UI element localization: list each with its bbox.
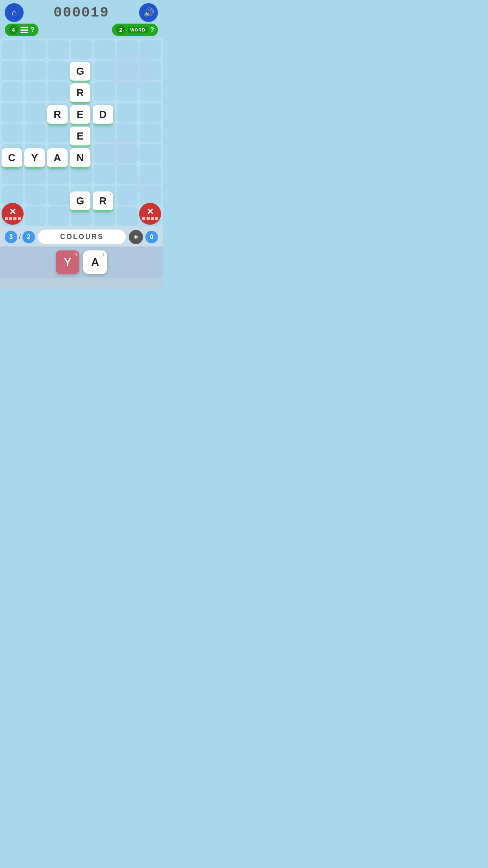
hints-right-panel[interactable]: 2 WORD ?: [112, 24, 158, 36]
board-tile[interactable]: E: [70, 105, 90, 125]
word-label: WORD: [128, 27, 148, 33]
score-display: 000019: [53, 5, 109, 21]
delete-left-dots: [5, 217, 21, 220]
dot-2: [9, 217, 12, 220]
tile-letter: R: [99, 195, 107, 207]
board-tile[interactable]: R: [47, 105, 68, 125]
board-tile[interactable]: N: [70, 148, 90, 169]
delete-right-dots: [142, 217, 158, 220]
hint-left-count: 4: [9, 25, 18, 35]
dot-5: [142, 217, 145, 220]
hint-left-q: ?: [31, 26, 35, 33]
game-area: // Generate background grid cells inline…: [0, 39, 163, 227]
tile-letter: A: [54, 152, 61, 164]
level-slash: /: [19, 233, 21, 241]
add-button-area: ✚ 0: [129, 230, 158, 244]
add-count-circle: 0: [145, 231, 158, 243]
letter-tray: 4Y1A: [0, 246, 163, 278]
board-tile[interactable]: Y: [24, 148, 45, 169]
hint-right-count: 2: [116, 25, 125, 35]
dot-8: [155, 217, 158, 220]
tile-letter: Y: [31, 152, 38, 164]
tray-tile-a[interactable]: 1A: [83, 250, 107, 274]
status-bar: 3 / 2 COLOURS ✚ 0: [0, 227, 163, 246]
tile-letter: R: [54, 108, 61, 121]
level-current-circle: 3: [5, 231, 17, 243]
level-total-circle: 2: [22, 231, 35, 243]
tray-tile-y[interactable]: 4Y: [56, 250, 79, 274]
board-tile[interactable]: 1R: [93, 191, 113, 212]
tile-letter: E: [77, 130, 83, 142]
board-tile[interactable]: E: [70, 127, 90, 147]
hints-bar: 4 ? 2 WORD ?: [0, 24, 163, 39]
dot-4: [18, 217, 21, 220]
tile-count: 1: [109, 193, 111, 197]
board-tile[interactable]: C: [2, 148, 22, 169]
level-indicator: 3 / 2: [5, 231, 35, 243]
hint-lines-icon: [20, 27, 28, 33]
sound-icon: 🔊: [143, 7, 154, 18]
delete-left-button[interactable]: ✕: [2, 203, 24, 225]
tray-tile-count: 1: [102, 252, 105, 257]
delete-right-x-icon: ✕: [147, 208, 154, 216]
hints-left-panel[interactable]: 4 ?: [5, 24, 39, 36]
tile-letter: C: [8, 152, 16, 164]
tile-letter: G: [76, 195, 84, 207]
sound-button[interactable]: 🔊: [139, 3, 158, 22]
dot-6: [147, 217, 150, 220]
delete-left-x-icon: ✕: [9, 208, 16, 216]
tray-tile-count: 4: [75, 252, 77, 257]
add-icon: ✚: [134, 234, 138, 240]
board-tile[interactable]: G: [70, 62, 90, 82]
hint-right-q: ?: [150, 26, 154, 33]
tray-tile-letter: Y: [64, 256, 72, 268]
board-tile[interactable]: A: [47, 148, 68, 169]
word-hint-display: COLOURS: [38, 230, 126, 244]
home-icon: ⌂: [11, 7, 17, 18]
top-bar: ⌂ 000019 🔊: [0, 0, 163, 24]
board-tiles: GRREDECYANG1R: [0, 39, 163, 227]
hint-line-3: [20, 32, 28, 33]
tile-letter: R: [77, 87, 84, 99]
add-button[interactable]: ✚: [129, 230, 143, 244]
tile-letter: G: [76, 65, 84, 77]
bottom-padding: [0, 278, 163, 289]
hint-line-2: [20, 29, 28, 31]
dot-7: [151, 217, 154, 220]
hint-line-1: [20, 27, 28, 28]
dot-1: [5, 217, 8, 220]
home-button[interactable]: ⌂: [5, 3, 24, 22]
tile-letter: E: [77, 108, 83, 121]
tray-tile-letter: A: [91, 256, 99, 268]
board-tile[interactable]: D: [93, 105, 113, 125]
delete-right-button[interactable]: ✕: [139, 203, 161, 225]
tile-letter: N: [77, 152, 84, 164]
tile-letter: D: [99, 108, 107, 121]
board-tile[interactable]: G: [70, 191, 90, 212]
dot-3: [13, 217, 17, 220]
board-tile[interactable]: R: [70, 83, 90, 104]
